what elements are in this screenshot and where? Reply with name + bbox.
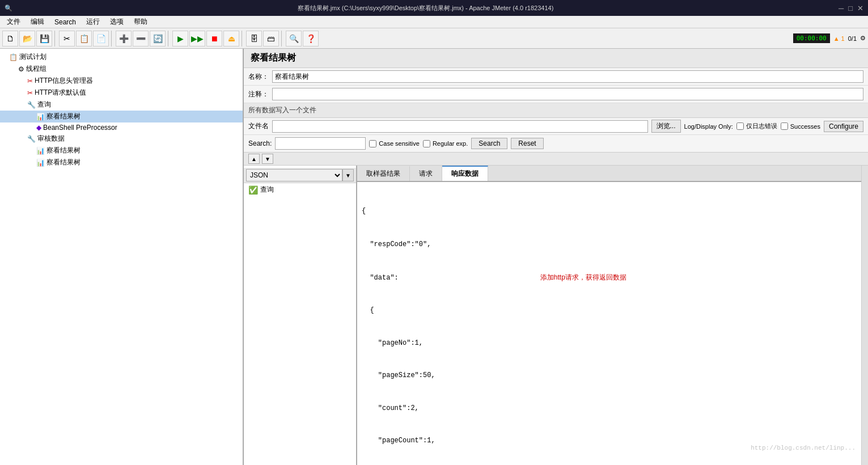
toolbar-sep3 bbox=[168, 31, 170, 46]
toolbar-shutdown[interactable]: ⏏ bbox=[223, 31, 239, 46]
json-comment-http: 添加http请求，获得返回数据 bbox=[540, 273, 626, 281]
watermark: http://blog.csdn.net/linp... bbox=[751, 443, 856, 454]
case-sensitive-checkbox[interactable] bbox=[369, 140, 376, 147]
toolbar-expand[interactable]: ➕ bbox=[116, 31, 132, 46]
menu-search[interactable]: Search bbox=[50, 17, 81, 27]
json-type-select[interactable]: JSON Text RegExp Tester CSS/JQuery Teste… bbox=[246, 169, 342, 181]
configure-button[interactable]: Configure bbox=[824, 121, 863, 132]
toolbar-help[interactable]: ❓ bbox=[303, 31, 319, 46]
toolbar-sep2 bbox=[111, 31, 113, 46]
toolbar-sep5 bbox=[281, 31, 283, 46]
reset-button[interactable]: Reset bbox=[511, 138, 543, 149]
main-container: 📋 测试计划 ⚙ 线程组 ✂ HTTP信息头管理器 ✂ HTTP请求默认值 🔧 … bbox=[0, 49, 868, 465]
file-row: 文件名 浏览... Log/Display Only: 仅日志错误 Succes… bbox=[244, 118, 868, 135]
case-sensitive-label: Case sensitive bbox=[379, 140, 420, 147]
content-right: 取样器结果 请求 响应数据 { "respCode":"0", "data":添… bbox=[357, 166, 861, 465]
tree-item-thread-group[interactable]: ⚙ 线程组 bbox=[0, 63, 243, 75]
tree-label-result-tree-1: 察看结果树 bbox=[46, 112, 81, 121]
toolbar-toggle[interactable]: 🔄 bbox=[150, 31, 166, 46]
tree-item-test-plan[interactable]: 📋 测试计划 bbox=[0, 51, 243, 63]
right-panel: 察看结果树 名称： 注释： 所有数据写入一个文件 文件名 浏览... Log/D… bbox=[244, 49, 868, 465]
tree-item-result-tree-3[interactable]: 📊 察看结果树 bbox=[0, 157, 243, 168]
toolbar-start[interactable]: ▶ bbox=[172, 31, 188, 46]
tree-label-result-tree-3: 察看结果树 bbox=[46, 158, 81, 167]
tab-request[interactable]: 请求 bbox=[410, 166, 442, 181]
comment-row: 注释： bbox=[244, 86, 868, 103]
toolbar-stop[interactable]: ⏹ bbox=[206, 31, 222, 46]
request-ratio: 0/1 bbox=[848, 35, 857, 42]
menu-help[interactable]: 帮助 bbox=[129, 16, 152, 28]
file-section-row: 所有数据写入一个文件 bbox=[244, 103, 868, 118]
tab-sampler[interactable]: 取样器结果 bbox=[357, 166, 410, 181]
left-panel: 📋 测试计划 ⚙ 线程组 ✂ HTTP信息头管理器 ✂ HTTP请求默认值 🔧 … bbox=[0, 49, 244, 465]
menu-bar: 文件 编辑 Search 运行 选项 帮助 bbox=[0, 16, 868, 28]
mini-collapse-btn[interactable]: ▼ bbox=[262, 154, 273, 164]
regex-checkbox[interactable] bbox=[423, 140, 430, 147]
tab-response[interactable]: 响应数据 bbox=[442, 166, 488, 181]
tree-label-http-default: HTTP请求默认值 bbox=[35, 88, 86, 98]
toolbar-clear[interactable]: 🗄 bbox=[246, 31, 262, 46]
json-line-6: "pageSize":50, bbox=[362, 370, 857, 381]
minimize-button[interactable]: ─ bbox=[839, 4, 844, 12]
content-area: JSON Text RegExp Tester CSS/JQuery Teste… bbox=[244, 166, 868, 465]
toolbar-save[interactable]: 💾 bbox=[36, 31, 52, 46]
tree-item-audit-data[interactable]: 🔧 审核数据 bbox=[0, 133, 243, 145]
json-selector-row: JSON Text RegExp Tester CSS/JQuery Teste… bbox=[244, 168, 356, 183]
scrollbar[interactable] bbox=[861, 166, 868, 465]
file-input[interactable] bbox=[272, 120, 648, 133]
menu-options[interactable]: 选项 bbox=[105, 16, 128, 28]
comment-input[interactable] bbox=[272, 88, 863, 100]
menu-file[interactable]: 文件 bbox=[2, 16, 25, 28]
json-line-3: "data":添加http请求，获得返回数据 bbox=[362, 272, 857, 284]
toolbar-copy[interactable]: 📋 bbox=[76, 31, 92, 46]
warning-badge: ▲ 1 bbox=[833, 35, 845, 42]
query-label: 查询 bbox=[260, 185, 274, 195]
success-checkbox-label: Successes bbox=[790, 123, 820, 130]
error-checkbox-group: 仅日志错误 bbox=[736, 122, 777, 130]
tree-icon-audit-data: 🔧 bbox=[27, 135, 36, 143]
json-expand-button[interactable]: ▼ bbox=[342, 169, 354, 181]
tree-item-query[interactable]: 🔧 查询 bbox=[0, 99, 243, 111]
maximize-button[interactable]: □ bbox=[848, 4, 853, 12]
query-success-icon: ✅ bbox=[248, 185, 258, 195]
tree-icon-query: 🔧 bbox=[27, 101, 36, 109]
tree-item-http-header[interactable]: ✂ HTTP信息头管理器 bbox=[0, 75, 243, 87]
toolbar-paste[interactable]: 📄 bbox=[93, 31, 109, 46]
toolbar-cut[interactable]: ✂ bbox=[59, 31, 75, 46]
tree-label-query: 查询 bbox=[37, 100, 51, 109]
tree-label-beanshell: BeanShell PreProcessor bbox=[43, 124, 117, 132]
success-checkbox[interactable] bbox=[781, 122, 788, 130]
menu-run[interactable]: 运行 bbox=[82, 16, 104, 28]
toolbar-search[interactable]: 🔍 bbox=[286, 31, 302, 46]
tree-item-result-tree-1[interactable]: 📊 察看结果树 bbox=[0, 111, 243, 122]
query-list-item[interactable]: ✅ 查询 bbox=[244, 183, 356, 196]
browse-button[interactable]: 浏览... bbox=[651, 120, 681, 133]
tree-item-beanshell[interactable]: ◆ BeanShell PreProcessor bbox=[0, 122, 243, 133]
toolbar-collapse[interactable]: ➖ bbox=[133, 31, 149, 46]
search-input[interactable] bbox=[275, 137, 366, 150]
search-button[interactable]: Search bbox=[471, 138, 507, 149]
toolbar-sep4 bbox=[242, 31, 244, 46]
toolbar-clear-all[interactable]: 🗃 bbox=[263, 31, 279, 46]
toolbar-start-no-pause[interactable]: ▶▶ bbox=[189, 31, 205, 46]
tree-item-result-tree-2[interactable]: 📊 察看结果树 bbox=[0, 145, 243, 157]
title-bar: 🔍 察看结果树.jmx (C:\Users\syxy999\Desktop\察看… bbox=[0, 0, 868, 16]
name-input[interactable] bbox=[272, 70, 863, 83]
json-line-7: "count":2, bbox=[362, 403, 857, 414]
tree-label-result-tree-2: 察看结果树 bbox=[46, 146, 81, 155]
mini-expand-btn[interactable]: ▲ bbox=[248, 154, 260, 164]
toolbar-open[interactable]: 📂 bbox=[19, 31, 35, 46]
error-checkbox[interactable] bbox=[736, 122, 744, 130]
menu-edit[interactable]: 编辑 bbox=[26, 16, 49, 28]
close-button[interactable]: ✕ bbox=[857, 4, 863, 12]
tree-label-audit-data: 审核数据 bbox=[37, 134, 65, 143]
title-bar-title: 察看结果树.jmx (C:\Users\syxy999\Desktop\察看结果… bbox=[12, 4, 839, 12]
tree-item-http-default[interactable]: ✂ HTTP请求默认值 bbox=[0, 87, 243, 99]
log-display-label: Log/Display Only: bbox=[684, 123, 733, 130]
file-section-label: 所有数据写入一个文件 bbox=[248, 105, 316, 115]
content-left: JSON Text RegExp Tester CSS/JQuery Teste… bbox=[244, 166, 357, 465]
tree-icon-result-tree-1: 📊 bbox=[36, 113, 45, 121]
toolbar-new[interactable]: 🗋 bbox=[2, 31, 18, 46]
json-content[interactable]: { "respCode":"0", "data":添加http请求，获得返回数据… bbox=[357, 182, 861, 465]
case-sensitive-group: Case sensitive bbox=[369, 140, 420, 147]
